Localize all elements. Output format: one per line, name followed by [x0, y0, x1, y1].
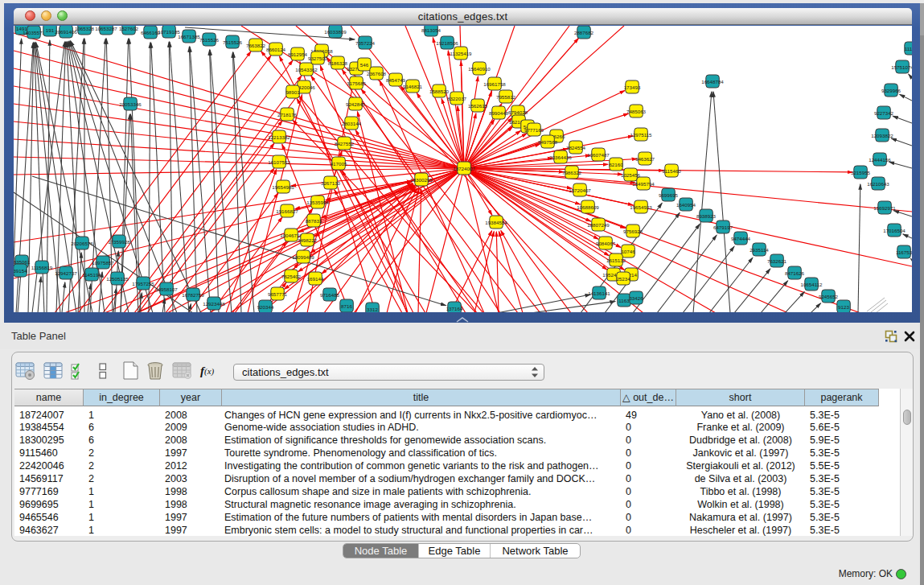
- svg-text:7986322: 7986322: [562, 170, 582, 175]
- svg-text:16107552: 16107552: [268, 159, 290, 165]
- svg-text:19384554: 19384554: [485, 220, 507, 225]
- svg-text:39154: 39154: [14, 268, 27, 274]
- svg-text:7663822: 7663822: [246, 43, 266, 48]
- svg-text:18300295: 18300295: [410, 177, 433, 183]
- svg-text:15692971: 15692971: [873, 205, 896, 211]
- svg-text:18099489: 18099489: [292, 254, 314, 260]
- svg-text:14035571: 14035571: [23, 30, 45, 35]
- svg-text:835061: 835061: [14, 259, 31, 265]
- svg-text:1527602: 1527602: [119, 26, 139, 31]
- svg-text:10607487: 10607487: [587, 152, 610, 158]
- svg-text:3215955: 3215955: [851, 170, 871, 175]
- svg-text:16648784: 16648784: [701, 79, 724, 84]
- svg-text:9245652: 9245652: [819, 294, 839, 299]
- svg-text:8427552: 8427552: [335, 141, 355, 146]
- svg-text:3175685: 3175685: [347, 80, 367, 86]
- svg-text:16671385: 16671385: [178, 34, 200, 39]
- svg-text:2803144: 2803144: [342, 121, 362, 126]
- svg-text:16782759: 16782759: [182, 292, 204, 298]
- svg-text:9327500: 9327500: [308, 56, 328, 61]
- svg-text:8186328: 8186328: [328, 60, 348, 66]
- svg-text:12093822: 12093822: [871, 133, 893, 138]
- svg-text:(x): (x): [204, 366, 215, 377]
- svg-text:546: 546: [360, 62, 369, 68]
- svg-text:3267130: 3267130: [321, 180, 341, 186]
- svg-text:11156819: 11156819: [31, 265, 53, 270]
- svg-text:10653287: 10653287: [95, 26, 117, 31]
- svg-text:8990448: 8990448: [489, 110, 509, 116]
- svg-text:887831: 887831: [306, 218, 322, 224]
- svg-text:2367608: 2367608: [367, 71, 387, 76]
- svg-text:1025456: 1025456: [621, 172, 641, 178]
- svg-text:3824554: 3824554: [566, 145, 586, 150]
- svg-text:10975857: 10975857: [92, 260, 114, 266]
- svg-text:19654985: 19654985: [272, 184, 294, 190]
- svg-text:12975115: 12975115: [630, 132, 652, 138]
- svg-text:11173: 11173: [905, 46, 912, 51]
- svg-text:8471626: 8471626: [785, 270, 805, 276]
- svg-text:8813054: 8813054: [421, 27, 441, 33]
- svg-text:2887682: 2887682: [574, 30, 594, 35]
- svg-text:9084067: 9084067: [596, 241, 616, 246]
- svg-text:12505135: 12505135: [106, 276, 129, 282]
- svg-text:9756928: 9756928: [623, 229, 643, 234]
- svg-text:920344: 920344: [257, 304, 274, 310]
- svg-text:191: 191: [46, 27, 55, 33]
- svg-text:20053346: 20053346: [119, 101, 142, 107]
- svg-text:2718176: 2718176: [277, 112, 298, 117]
- svg-text:9123: 9123: [838, 304, 849, 310]
- svg-text:1640954: 1640954: [676, 202, 696, 208]
- svg-text:7955812: 7955812: [496, 94, 516, 100]
- svg-text:18724007: 18724007: [453, 166, 475, 171]
- svg-text:9146821: 9146821: [403, 84, 423, 89]
- svg-text:17359928: 17359928: [108, 239, 130, 245]
- svg-text:12444156: 12444156: [869, 157, 891, 163]
- svg-text:7632621: 7632621: [767, 258, 787, 264]
- svg-text:19218506: 19218506: [436, 40, 458, 46]
- svg-text:7357224: 7357224: [355, 40, 376, 46]
- svg-text:10688609: 10688609: [577, 204, 599, 210]
- svg-text:8660124: 8660124: [266, 47, 286, 52]
- svg-text:6497568: 6497568: [538, 139, 558, 145]
- svg-text:12213382: 12213382: [268, 134, 290, 140]
- svg-text:14136141: 14136141: [588, 290, 610, 296]
- svg-text:1562615: 1562615: [468, 103, 488, 109]
- svg-text:33426: 33426: [629, 295, 643, 301]
- svg-text:10958107: 10958107: [155, 286, 178, 292]
- svg-text:3312: 3312: [367, 307, 378, 312]
- svg-text:10543362: 10543362: [295, 67, 318, 72]
- svg-text:7515526: 7515526: [199, 37, 220, 43]
- svg-text:9329966: 9329966: [881, 88, 901, 93]
- svg-text:13535994: 13535994: [306, 200, 329, 205]
- svg-text:15640910: 15640910: [468, 66, 491, 72]
- svg-text:10719185: 10719185: [158, 29, 180, 35]
- svg-text:16210643: 16210643: [867, 181, 889, 187]
- svg-text:6479197: 6479197: [713, 225, 733, 230]
- svg-text:17016504: 17016504: [883, 228, 906, 233]
- svg-text:137164: 137164: [446, 306, 463, 311]
- svg-text:1588520: 1588520: [429, 89, 450, 94]
- svg-text:8912954: 8912954: [288, 51, 308, 57]
- svg-text:9777169: 9777169: [524, 127, 544, 133]
- svg-text:17957255: 17957255: [132, 281, 154, 286]
- svg-text:20206576: 20206576: [71, 241, 93, 246]
- svg-text:7625402: 7625402: [281, 274, 302, 279]
- svg-text:10654112: 10654112: [800, 282, 823, 287]
- svg-text:15751074: 15751074: [891, 64, 912, 70]
- svg-text:25234: 25234: [616, 276, 630, 282]
- svg-text:16961758: 16961758: [483, 81, 506, 87]
- svg-text:9474444: 9474444: [731, 236, 751, 241]
- svg-text:8716: 8716: [341, 303, 352, 309]
- svg-text:12942737: 12942737: [55, 270, 77, 276]
- svg-text:173493: 173493: [624, 84, 641, 90]
- svg-text:9699695: 9699695: [659, 192, 679, 198]
- svg-text:15720407: 15720407: [569, 187, 591, 193]
- svg-text:169144: 169144: [307, 276, 324, 282]
- svg-text:7485063: 7485063: [626, 109, 647, 114]
- svg-text:19166827: 19166827: [276, 208, 298, 214]
- svg-text:98901: 98901: [285, 89, 300, 95]
- svg-text:9716485: 9716485: [320, 292, 340, 298]
- svg-text:1615132: 1615132: [606, 257, 626, 263]
- svg-text:1163: 1163: [618, 298, 630, 303]
- svg-text:16033809: 16033809: [324, 29, 347, 35]
